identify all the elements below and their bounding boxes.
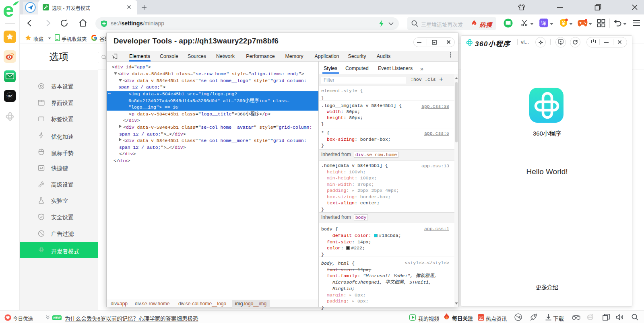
- svg-text:ISC: ISC: [8, 95, 12, 98]
- svg-text:¥: ¥: [562, 21, 565, 26]
